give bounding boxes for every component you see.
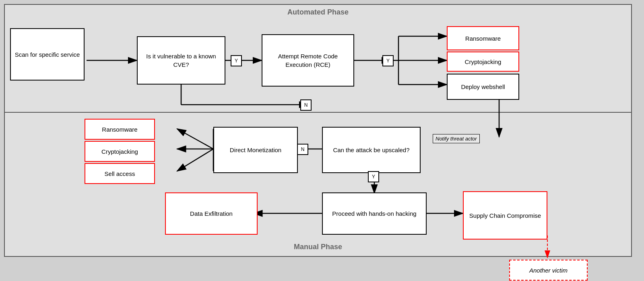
automated-phase-label: Automated Phase bbox=[287, 8, 349, 17]
hands-on-hacking-box: Proceed with hands-on hacking bbox=[322, 192, 427, 235]
sell-access-box: Sell access bbox=[85, 163, 155, 184]
notify-threat-actor-label: Notify threat actor bbox=[433, 134, 480, 143]
vulnerable-box: Is it vulnerable to a known CVE? bbox=[137, 36, 225, 85]
direct-monetization-box: Direct Monetization bbox=[213, 127, 298, 173]
n-label-2: N bbox=[297, 144, 308, 155]
supply-chain-box: Supply Chain Compromise bbox=[463, 191, 547, 240]
ransomware-bottom-box: Ransomware bbox=[85, 119, 155, 140]
another-victim-box: Another victim bbox=[509, 260, 588, 281]
n-label-1: N bbox=[300, 99, 312, 111]
y-label-2: Y bbox=[382, 55, 394, 66]
data-exfiltration-box: Data Exfiltration bbox=[165, 192, 258, 235]
deploy-webshell-box: Deploy webshell bbox=[447, 74, 519, 100]
cryptojacking-top-box: Cryptojacking bbox=[447, 52, 519, 72]
cryptojacking-bottom-box: Cryptojacking bbox=[85, 141, 155, 162]
rce-box: Attempt Remote Code Execution (RCE) bbox=[262, 34, 354, 87]
manual-phase-label: Manual Phase bbox=[294, 243, 342, 251]
can-upscale-box: Can the attack be upscaled? bbox=[322, 127, 421, 173]
ransomware-top-box: Ransomware bbox=[447, 26, 519, 50]
y-label-3: Y bbox=[368, 171, 379, 182]
scan-box: Scan for specific service bbox=[10, 28, 85, 81]
y-label-1: Y bbox=[231, 55, 242, 66]
